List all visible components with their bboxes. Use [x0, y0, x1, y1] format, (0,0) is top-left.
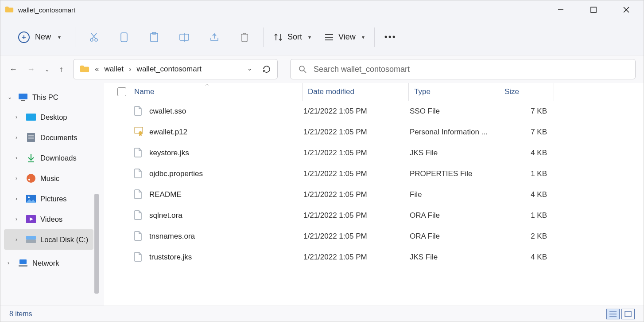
- view-button[interactable]: View ▾: [324, 32, 365, 42]
- select-all-checkbox[interactable]: [117, 87, 126, 96]
- more-button[interactable]: •••: [384, 32, 396, 42]
- address-bar[interactable]: « wallet › wallet_contosomart ⌄: [73, 59, 278, 79]
- file-type: File: [410, 190, 500, 199]
- sidebar-item-music[interactable]: › Music: [4, 168, 93, 188]
- file-type: JKS File: [410, 149, 500, 157]
- file-row[interactable]: keystore.jks1/21/2022 1:05 PMJKS File4 K…: [104, 142, 644, 163]
- sidebar-label: Pictures: [40, 195, 67, 203]
- address-history-button[interactable]: ⌄: [247, 65, 252, 74]
- file-size: 4 KB: [500, 253, 555, 262]
- separator: [263, 27, 264, 47]
- chevron-right-icon: ›: [129, 65, 132, 74]
- thumbnails-view-button[interactable]: [621, 309, 635, 319]
- network-icon: [18, 259, 28, 267]
- cut-button[interactable]: [85, 28, 103, 46]
- sidebar-label: Local Disk (C:): [40, 236, 88, 244]
- svg-rect-35: [19, 265, 27, 267]
- file-date: 1/21/2022 1:05 PM: [303, 190, 410, 199]
- sort-button[interactable]: Sort ▾: [273, 32, 311, 42]
- svg-line-18: [304, 71, 306, 73]
- breadcrumb-segment[interactable]: wallet_contosomart: [137, 65, 202, 74]
- maximize-button[interactable]: [583, 3, 604, 17]
- minimize-button[interactable]: [551, 3, 571, 17]
- column-header-name[interactable]: Name ︿: [134, 83, 303, 101]
- download-icon: [26, 153, 36, 162]
- new-label: New: [35, 32, 51, 42]
- sidebar-item-videos[interactable]: › Videos: [4, 209, 93, 229]
- breadcrumb-segment[interactable]: wallet: [104, 65, 123, 74]
- chevron-right-icon: ›: [8, 260, 14, 266]
- file-size: 4 KB: [500, 190, 555, 199]
- chevron-right-icon: ›: [16, 175, 22, 181]
- close-button[interactable]: [616, 3, 636, 17]
- column-header-type[interactable]: Type: [409, 83, 499, 101]
- forward-button[interactable]: →: [27, 65, 35, 74]
- file-row[interactable]: ojdbc.properties1/21/2022 1:05 PMPROPERT…: [104, 163, 644, 184]
- window-title: wallet_contosomart: [18, 6, 75, 14]
- desktop-icon: [26, 113, 36, 122]
- file-row[interactable]: README1/21/2022 1:05 PMFile4 KB: [104, 184, 644, 205]
- file-type: ORA File: [410, 232, 500, 241]
- sidebar-item-documents[interactable]: › Documents: [4, 127, 93, 148]
- column-header-size[interactable]: Size: [499, 83, 554, 101]
- file-date: 1/21/2022 1:05 PM: [303, 232, 410, 241]
- up-button[interactable]: ↑: [59, 65, 63, 74]
- separator: [374, 27, 375, 47]
- column-header-date[interactable]: Date modified: [303, 83, 409, 101]
- svg-rect-20: [21, 100, 25, 101]
- chevron-down-icon: ▾: [362, 34, 365, 40]
- file-size: 4 KB: [500, 149, 555, 157]
- monitor-icon: [18, 93, 28, 102]
- search-box[interactable]: Search wallet_contosomart: [290, 59, 636, 79]
- sidebar-item-local-disk[interactable]: › Local Disk (C:): [4, 229, 93, 250]
- rename-button[interactable]: [175, 28, 193, 46]
- pictures-icon: [26, 194, 36, 203]
- paste-button[interactable]: [145, 28, 163, 46]
- chevron-right-icon: ›: [16, 196, 22, 202]
- scrollbar-thumb[interactable]: [94, 194, 99, 294]
- svg-rect-9: [151, 33, 158, 42]
- svg-point-30: [28, 196, 30, 198]
- sidebar-this-pc[interactable]: ⌄ This PC: [4, 87, 93, 107]
- chevron-right-icon: ›: [16, 134, 22, 141]
- sidebar-item-pictures[interactable]: › Pictures: [4, 188, 93, 209]
- file-date: 1/21/2022 1:05 PM: [303, 211, 410, 220]
- chevron-right-icon: ›: [16, 216, 22, 222]
- file-row[interactable]: cwallet.sso1/21/2022 1:05 PMSSO File7 KB: [104, 101, 644, 122]
- share-button[interactable]: [206, 28, 223, 46]
- refresh-button[interactable]: [262, 65, 271, 74]
- column-headers: Name ︿ Date modified Type Size: [104, 83, 644, 101]
- file-date: 1/21/2022 1:05 PM: [303, 149, 410, 157]
- new-button[interactable]: + New ▾: [14, 29, 65, 46]
- sidebar-item-downloads[interactable]: › Downloads: [4, 148, 93, 168]
- delete-button[interactable]: [236, 28, 253, 46]
- svg-rect-21: [26, 114, 36, 121]
- navigation-pane: ⌄ This PC › Desktop › Documents › Downlo…: [0, 83, 93, 306]
- toolbar: + New ▾ Sort ▾ View ▾ •••: [0, 19, 644, 55]
- sort-label: Sort: [287, 32, 302, 42]
- file-type: Personal Information ...: [410, 128, 500, 137]
- sidebar-network[interactable]: › Network: [4, 253, 93, 273]
- sidebar-label: Desktop: [40, 113, 67, 122]
- recent-locations-button[interactable]: ⌄: [45, 66, 50, 73]
- file-row[interactable]: tnsnames.ora1/21/2022 1:05 PMORA File2 K…: [104, 226, 644, 247]
- sidebar-label: Videos: [40, 215, 62, 224]
- details-view-button[interactable]: [606, 309, 620, 319]
- svg-point-17: [299, 66, 304, 71]
- sidebar-label: Downloads: [40, 154, 77, 162]
- sidebar-label: Documents: [40, 134, 77, 142]
- file-name: ewallet.p12: [149, 128, 303, 137]
- sidebar-item-desktop[interactable]: › Desktop: [4, 107, 93, 127]
- file-row[interactable]: ewallet.p121/21/2022 1:05 PMPersonal Inf…: [104, 122, 644, 142]
- copy-button[interactable]: [115, 28, 133, 46]
- item-count: 8 items: [9, 310, 32, 318]
- svg-rect-22: [27, 133, 35, 142]
- svg-line-7: [91, 33, 96, 39]
- back-button[interactable]: ←: [9, 65, 17, 74]
- sort-ascending-icon: ︿: [205, 83, 209, 87]
- file-icon: [134, 231, 144, 242]
- file-name: sqlnet.ora: [149, 211, 303, 220]
- file-row[interactable]: sqlnet.ora1/21/2022 1:05 PMORA File1 KB: [104, 205, 644, 226]
- file-row[interactable]: truststore.jks1/21/2022 1:05 PMJKS File4…: [104, 247, 644, 267]
- svg-rect-32: [26, 240, 36, 243]
